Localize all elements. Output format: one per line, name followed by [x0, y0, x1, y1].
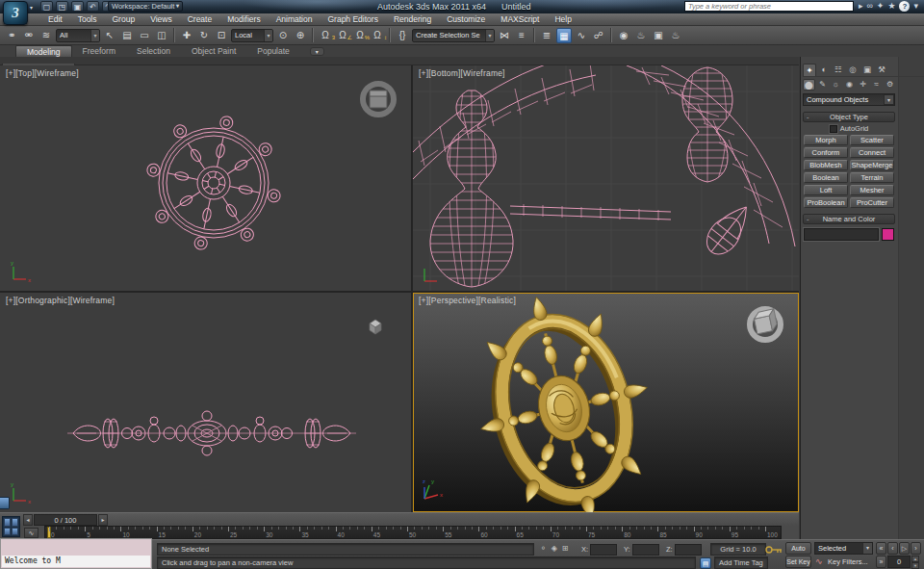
shapes-category-icon[interactable]: ✎ [816, 79, 829, 91]
ribbon-tab-populate[interactable]: Populate [246, 45, 300, 57]
help-icon[interactable]: ? [899, 1, 910, 12]
viewport-perspective-label[interactable]: [+][Perspective][Realistic] [419, 296, 516, 305]
select-and-move-icon[interactable]: ✚ [179, 28, 194, 43]
coord-x-input[interactable] [590, 544, 617, 556]
manage-layers-icon[interactable]: ≣ [539, 28, 554, 43]
autogrid-checkbox[interactable] [830, 125, 837, 133]
next-frame-arrow[interactable]: ▸ [98, 514, 108, 526]
cube-gizmo-icon[interactable] [370, 320, 381, 334]
render-production-icon[interactable]: ♨ [668, 28, 683, 43]
key-filter-set-dropdown[interactable]: Selected▾ [814, 542, 873, 555]
curve-editor-icon[interactable]: ∿ [574, 28, 589, 43]
mini-curve-editor-button[interactable]: ∿ [24, 528, 38, 538]
viewport-bottom[interactable]: [+][Bottom][Wireframe] [413, 65, 799, 291]
new-scene-icon[interactable]: ▢ [40, 1, 53, 12]
viewcube-icon[interactable] [363, 84, 394, 115]
blobmesh-button[interactable]: BlobMesh [804, 160, 848, 170]
favorites-star-icon[interactable]: ★ [887, 1, 895, 12]
use-pivot-center-icon[interactable]: ⊙ [275, 28, 291, 43]
connect-button[interactable]: Connect [850, 147, 894, 158]
viewport-top[interactable]: [+][Top][Wireframe] [0, 65, 411, 291]
workspace-dropdown[interactable]: Workspace: Default▾ [108, 1, 183, 12]
time-tag-icon[interactable]: ▤ [700, 557, 711, 569]
systems-category-icon[interactable]: ⚙ [884, 79, 896, 91]
select-by-name-icon[interactable]: ▤ [119, 28, 135, 43]
selection-lock-icon[interactable]: ◈ [552, 544, 557, 553]
edit-named-selections-icon[interactable]: {} [395, 28, 410, 43]
help-caret-icon[interactable]: ▾ [913, 1, 918, 12]
ribbon-minimize-button[interactable]: ▾ [310, 47, 324, 56]
spinner-snap-icon[interactable]: Ω↕ [370, 28, 385, 43]
viewcube-icon[interactable] [750, 309, 781, 340]
snap-toggle-3d-icon[interactable]: Ω3 [318, 28, 333, 43]
menu-animation[interactable]: Animation [269, 14, 321, 24]
minimized-window-tab[interactable] [0, 497, 10, 509]
ribbon-tab-modeling[interactable]: Modeling [15, 45, 72, 57]
infocenter-search-input[interactable] [684, 1, 854, 12]
dropdown-arrow-icon[interactable]: ▾ [90, 30, 99, 41]
conform-button[interactable]: Conform [804, 147, 848, 158]
object-type-rollout-header[interactable]: -Object Type [803, 112, 895, 122]
next-frame-button[interactable]: › [911, 542, 921, 555]
viewport-top-label[interactable]: [+][Top][Wireframe] [6, 68, 79, 78]
named-selection-sets-dropdown[interactable]: Create Selection Se▾ [412, 29, 495, 42]
selection-filter-dropdown[interactable]: All▾ [56, 29, 100, 42]
menu-modifiers[interactable]: Modifiers [219, 14, 268, 24]
morph-button[interactable]: Morph [804, 135, 848, 145]
align-icon[interactable]: ≡ [514, 28, 529, 43]
welcome-window-title[interactable]: Welcome to M [2, 556, 150, 567]
helpers-category-icon[interactable]: ✛ [857, 79, 869, 91]
angle-snap-icon[interactable]: Ω∠ [335, 28, 350, 43]
select-and-scale-icon[interactable]: ⊡ [214, 28, 229, 43]
coord-z-input[interactable] [675, 544, 702, 556]
communication-center-icon[interactable]: ✦ [877, 1, 885, 12]
coord-y-input[interactable] [632, 544, 659, 556]
key-filters-button[interactable]: Key Filters... [828, 557, 868, 566]
proboolean-button[interactable]: ProBoolean [804, 197, 848, 208]
dropdown-arrow-icon[interactable]: ▾ [264, 30, 272, 41]
isolate-dot-icon[interactable]: ⚬ [540, 544, 547, 553]
name-color-rollout-header[interactable]: -Name and Color [803, 214, 895, 224]
hierarchy-panel-tab[interactable]: ☷ [832, 64, 845, 76]
menu-rendering[interactable]: Rendering [386, 14, 439, 24]
play-button[interactable]: ▷ [899, 542, 910, 555]
viewport-layout-button[interactable] [2, 516, 20, 537]
add-time-tag-field[interactable]: Add Time Tag [714, 556, 768, 569]
time-slider-handle[interactable]: 0 / 100 [34, 514, 97, 526]
undo-icon[interactable]: ↶ [87, 1, 99, 12]
motion-panel-tab[interactable]: ◎ [846, 64, 860, 76]
schematic-view-icon[interactable]: ☍ [591, 28, 606, 43]
dropdown-arrow-icon[interactable]: ▾ [485, 30, 494, 41]
ribbon-tab-selection[interactable]: Selection [126, 45, 181, 57]
procutter-button[interactable]: ProCutter [850, 197, 894, 208]
default-in-out-tangent-icon[interactable]: ∿ [815, 556, 823, 566]
absolute-mode-icon[interactable]: ⊞ [562, 544, 569, 553]
menu-edit[interactable]: Edit [40, 14, 70, 24]
app-menu-caret-icon[interactable]: ▾ [30, 4, 33, 11]
menu-customize[interactable]: Customize [439, 14, 493, 24]
object-color-swatch[interactable] [882, 228, 894, 241]
set-key-button[interactable]: Set Key [785, 556, 811, 568]
geometry-category-icon[interactable]: ⬤ [803, 79, 815, 91]
graphite-ribbon-toggle-icon[interactable]: ▦ [556, 28, 572, 43]
unlink-selection-icon[interactable]: ⚮ [21, 28, 37, 43]
go-to-end-button[interactable]: » [876, 556, 886, 568]
mirror-icon[interactable]: ⋈ [497, 28, 512, 43]
terrain-button[interactable]: Terrain [850, 172, 894, 183]
lights-category-icon[interactable]: ☼ [830, 79, 842, 91]
shapemerge-button[interactable]: ShapeMerge [850, 160, 894, 170]
viewport-bottom-label[interactable]: [+][Bottom][Wireframe] [419, 68, 505, 78]
selection-region-icon[interactable]: ▭ [137, 28, 152, 43]
space-warps-category-icon[interactable]: ≈ [870, 79, 883, 91]
modify-panel-tab[interactable]: ◐ [817, 64, 831, 76]
go-to-start-button[interactable]: « [876, 542, 886, 555]
utilities-panel-tab[interactable]: ⚒ [875, 64, 888, 76]
menu-create[interactable]: Create [180, 14, 220, 24]
menu-tools[interactable]: Tools [70, 14, 105, 24]
material-editor-icon[interactable]: ◉ [616, 28, 631, 43]
menu-group[interactable]: Group [105, 14, 143, 24]
set-keys-key-icon[interactable] [765, 545, 783, 555]
dharma-wheel-gold-model[interactable] [453, 293, 675, 512]
previous-frame-button[interactable]: ‹ [887, 542, 898, 555]
subcategory-dropdown[interactable]: Compound Objects▾ [803, 93, 895, 106]
